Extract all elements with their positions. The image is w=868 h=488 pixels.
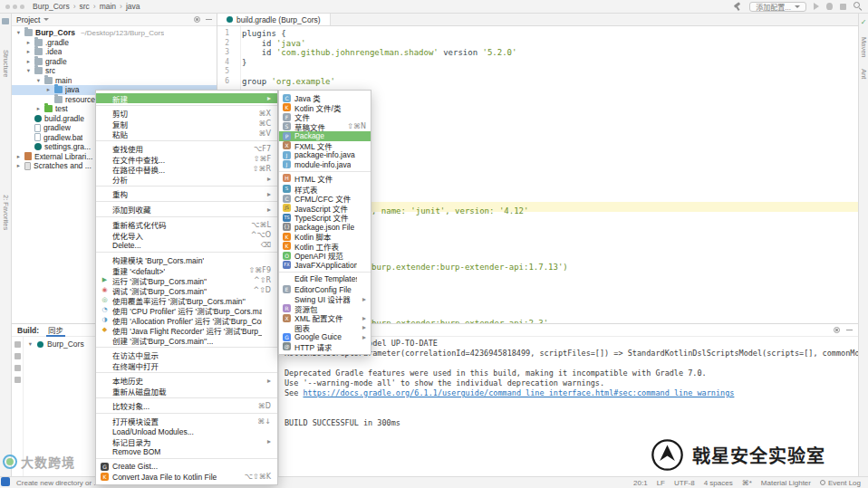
build-hammer-icon[interactable] — [733, 2, 742, 11]
menu-item[interactable]: 在路径中替换... ⇧⌘R — [96, 164, 277, 174]
tree-item[interactable]: ▸ .idea — [12, 47, 217, 57]
tree-chevron-icon[interactable]: ▸ — [25, 48, 32, 55]
tree-chevron-icon[interactable]: ▾ — [27, 340, 34, 348]
menu-item[interactable]: 在访达中显示 — [96, 347, 277, 360]
project-panel-header[interactable]: Project — [12, 14, 217, 26]
submenu-item[interactable]: TS TypeScript 文件 — [279, 213, 371, 223]
tree-chevron-icon[interactable]: ▾ — [35, 77, 42, 84]
menu-item[interactable]: ▶ 运行 '测试'Burp_Cors.main'' ^⇧R — [96, 275, 277, 285]
code-fragment-line[interactable]: , name: 'junit', version: '4.12' — [371, 205, 568, 219]
menu-item[interactable]: K Convert Java File to Kotlin File ⌥⇧⌘K — [96, 472, 277, 482]
code-line[interactable]: 1plugins { — [217, 29, 858, 39]
tree-item[interactable]: ▾ main — [12, 76, 217, 86]
menu-item[interactable]: 粘贴 ⌘V — [96, 129, 277, 139]
menu-item[interactable]: ◑ 使用 'Allocation Profiler' 运行 '测试'Burp_C… — [96, 315, 277, 325]
expand-all-icon[interactable] — [14, 365, 21, 371]
status-bar-item[interactable]: LF — [657, 479, 665, 487]
submenu-item[interactable]: FX JavaFXApplication — [279, 261, 371, 271]
tree-chevron-icon[interactable]: ▾ — [25, 67, 32, 74]
breadcrumb-item[interactable]: java — [116, 2, 140, 11]
breadcrumb-item[interactable]: Burp_Cors — [33, 2, 70, 11]
run-button[interactable] — [814, 3, 819, 10]
code-line[interactable]: 2 id 'java' — [217, 39, 858, 49]
menu-item[interactable]: 查找使用 ⌥F7 — [96, 140, 277, 154]
build-tab-sync[interactable]: 同步 — [46, 324, 65, 337]
menu-item[interactable]: 打开模块设置 ⌘↓ — [96, 413, 277, 426]
build-output-link[interactable]: https://docs.gradle.org/6.1.1/userguide/… — [303, 388, 734, 397]
menu-item[interactable]: Delete... ⌫ — [96, 240, 277, 250]
window-minimize-icon[interactable] — [13, 5, 17, 9]
tool-structure[interactable]: Structure — [2, 50, 10, 77]
menu-item[interactable]: 分析 ▸ — [96, 174, 277, 184]
menu-item[interactable]: 重新从磁盘加载 — [96, 386, 277, 396]
submenu-item[interactable]: H HTML 文件 — [279, 171, 371, 185]
tree-chevron-icon[interactable]: ▸ — [25, 39, 32, 46]
breadcrumb-item[interactable]: main — [90, 2, 116, 11]
menu-item[interactable]: 比较对象... ⌘D — [96, 397, 277, 411]
editor-tab[interactable]: build.gradle (Burp_Cors) — [217, 14, 331, 25]
code-line[interactable]: 6group 'org.example' — [217, 77, 858, 87]
status-bar-item[interactable]: 20:1 — [633, 479, 648, 487]
submenu-item[interactable]: J package-info.java — [279, 150, 371, 160]
gear-icon[interactable] — [194, 16, 200, 23]
status-bar-item[interactable]: UTF-8 — [674, 479, 695, 487]
submenu-item[interactable]: @ HTTP 请求 — [279, 342, 371, 352]
tree-chevron-icon[interactable]: ▸ — [15, 153, 22, 160]
submenu-item[interactable]: 图表 ▸ — [279, 323, 371, 333]
breadcrumb-item[interactable]: src — [70, 2, 90, 11]
menu-item[interactable]: G Create Gist... — [96, 458, 277, 472]
search-everywhere-icon[interactable] — [854, 2, 863, 11]
menu-item[interactable]: ◔ 使用 'CPU Profiler' 运行 '测试'Burp_Cors.mai… — [96, 305, 277, 315]
tool-favorites[interactable]: 2: Favorites — [2, 195, 10, 230]
tree-chevron-icon[interactable]: ▸ — [45, 86, 52, 93]
tree-item[interactable]: ▸ .gradle — [12, 38, 217, 48]
submenu-item[interactable]: J module-info.java — [279, 160, 371, 170]
tree-item[interactable]: ▾ Burp_Cors ~/Desktop/123/Burp_Cors — [12, 28, 217, 38]
submenu-item[interactable]: Swing UI 设计器 ▸ — [279, 294, 371, 304]
rerun-icon[interactable] — [14, 341, 21, 348]
menu-item[interactable]: 标记目录为 ▸ — [96, 436, 277, 446]
status-bar-item[interactable]: Material Lighter — [761, 479, 811, 487]
menu-item[interactable]: 在文件中查找... ⇧⌘F — [96, 154, 277, 164]
project-tool-icon[interactable] — [2, 18, 9, 24]
tool-maven[interactable]: Maven — [860, 37, 868, 58]
submenu-item[interactable]: O OpenAPI 规范 — [279, 251, 371, 261]
tree-item[interactable]: ▸ gradle — [12, 57, 217, 67]
menu-item[interactable]: 重新格式化代码 ⌥⌘L — [96, 216, 277, 230]
menu-item[interactable]: 剪切 ⌘X — [96, 105, 277, 119]
window-zoom-icon[interactable] — [20, 5, 24, 9]
tree-chevron-icon[interactable]: ▸ — [15, 162, 22, 169]
submenu-item[interactable]: Edit File Templates... — [279, 272, 371, 285]
menu-item[interactable]: Remove BOM — [96, 446, 277, 456]
code-line[interactable]: 3 id 'com.github.johnrengelman.shadow' v… — [217, 48, 858, 58]
menu-item[interactable]: 重构 ▸ — [96, 186, 277, 199]
status-bar-item[interactable]: ⌘* — [742, 479, 752, 487]
submenu-item[interactable]: K Kotlin 文件/类 — [279, 103, 371, 113]
menu-item[interactable]: 复制 ⌘C — [96, 119, 277, 129]
submenu-item[interactable]: X FXML 文件 — [279, 141, 371, 151]
menu-item[interactable]: 构建模块 'Burp_Cors.main' — [96, 252, 277, 265]
event-log-button[interactable]: Event Log — [820, 479, 861, 487]
collapse-all-icon[interactable] — [14, 377, 21, 383]
hide-panel-icon[interactable] — [206, 19, 212, 21]
menu-item[interactable]: ◉ 调试 '测试'Burp_Cors.main'' ^⇧D — [96, 285, 277, 295]
menu-item[interactable]: 重建 '<default>' ⇧⌘F9 — [96, 265, 277, 275]
code-line[interactable]: 4} — [217, 58, 858, 68]
stop-button[interactable] — [840, 4, 846, 10]
hide-panel-icon[interactable] — [846, 330, 853, 331]
menu-item[interactable]: ◎ 使用覆盖率运行 '测试'Burp_Cors.main'' — [96, 295, 277, 305]
menu-item[interactable]: Load/Unload Modules... — [96, 426, 277, 436]
submenu-item[interactable]: X XML 配置文件 ▸ — [279, 313, 371, 323]
code-fragment-line[interactable]: burp.extender:burp-extender-api:1.7.13') — [371, 261, 568, 275]
inspections-ok-icon[interactable]: ✓ — [861, 18, 867, 26]
status-bar-item[interactable]: 4 spaces — [704, 479, 733, 487]
menu-item[interactable]: 在终端中打开 — [96, 360, 277, 370]
window-close-icon[interactable] — [5, 5, 10, 9]
tree-chevron-icon[interactable]: ▾ — [15, 29, 22, 36]
menu-item[interactable]: 创建 '测试'Burp_Cors.main''... — [96, 335, 277, 345]
tool-ant[interactable]: Ant — [860, 69, 868, 79]
debug-button[interactable] — [826, 3, 833, 10]
menu-item[interactable]: 添加到收藏 ▸ — [96, 201, 277, 215]
window-controls[interactable] — [5, 5, 24, 9]
filter-icon[interactable] — [14, 353, 21, 359]
